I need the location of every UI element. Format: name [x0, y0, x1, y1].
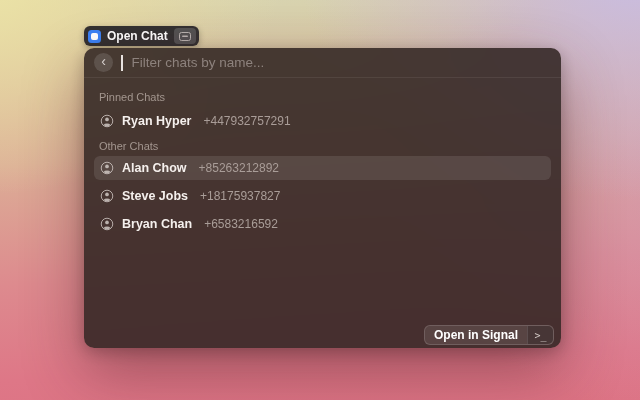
chat-name: Steve Jobs	[122, 189, 188, 203]
section-other-chats: Other Chats	[99, 140, 546, 152]
chat-phone: +6583216592	[204, 217, 278, 231]
open-chat-chip[interactable]: Open Chat	[84, 26, 199, 46]
chat-picker-panel: ‹ Pinned Chats Ryan Hyper +447932757291 …	[84, 48, 561, 348]
chat-name: Bryan Chan	[122, 217, 192, 231]
open-in-signal-button[interactable]: Open in Signal >_	[424, 325, 554, 345]
chat-phone: +85263212892	[199, 161, 279, 175]
text-cursor	[121, 55, 123, 71]
person-icon	[100, 114, 114, 128]
chat-row-steve-jobs[interactable]: Steve Jobs +18175937827	[94, 184, 551, 208]
chat-bubble-glyph	[91, 33, 98, 40]
open-in-signal-label: Open in Signal	[425, 326, 527, 344]
chat-phone: +18175937827	[200, 189, 280, 203]
chat-list: Pinned Chats Ryan Hyper +447932757291 Ot…	[84, 78, 561, 348]
keyboard-icon	[174, 28, 196, 44]
section-pinned-chats: Pinned Chats	[99, 91, 546, 103]
chat-phone: +447932757291	[203, 114, 290, 128]
search-bar: ‹	[84, 48, 561, 78]
chevron-left-icon: ‹	[101, 53, 106, 70]
chat-name: Alan Chow	[122, 161, 187, 175]
person-icon	[100, 217, 114, 231]
person-icon	[100, 161, 114, 175]
search-input[interactable]	[132, 55, 552, 70]
open-chat-app-icon	[88, 30, 101, 43]
chat-name: Ryan Hyper	[122, 114, 191, 128]
chat-row-ryan-hyper[interactable]: Ryan Hyper +447932757291	[94, 109, 551, 133]
open-chat-label: Open Chat	[105, 29, 170, 43]
chat-row-bryan-chan[interactable]: Bryan Chan +6583216592	[94, 212, 551, 236]
chat-row-alan-chow[interactable]: Alan Chow +85263212892	[94, 156, 551, 180]
back-button[interactable]: ‹	[94, 53, 113, 72]
person-icon	[100, 189, 114, 203]
terminal-prompt-icon: >_	[527, 326, 553, 344]
